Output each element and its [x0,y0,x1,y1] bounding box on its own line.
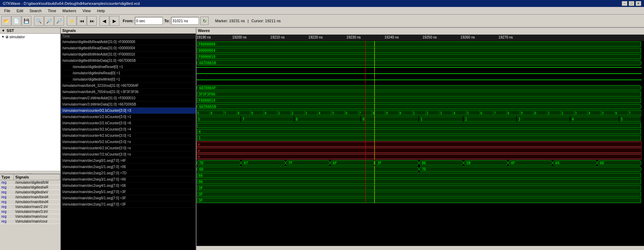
to-input[interactable] [171,17,199,25]
save-button[interactable]: 💾 [22,16,31,26]
ts-row[interactable]: reg/simulator/digitled/wR [0,185,60,190]
signal-row[interactable]: \/simulator/main/dec2seg0/1.seg[7:0] =4F [61,158,196,164]
svg-rect-225 [464,117,516,122]
ts-signal: /simulator/digitled/bW [14,180,60,185]
wave-row: 3F3F3F06 [196,91,644,97]
signal-row[interactable]: \/simulator/main/3.bWriteData[31:0] =667… [61,101,196,108]
svg-text:7D: 7D [422,167,426,171]
signal-row[interactable]: \/simulator/main/counter7/2.bCounter[3:0… [61,151,196,158]
signals-title: Signals [62,28,76,33]
svg-text:2: 2 [292,111,293,115]
signal-row[interactable]: /simulator/digitled/bWriteAddr[31:0] =F0… [61,51,196,58]
svg-text:2: 2 [561,111,563,115]
signals-content[interactable]: Time /simulator/digitled/bReadAddr[31:0]… [61,34,196,250]
waves-content[interactable]: F000000000000004F0000010667D065B667D064F… [196,41,644,246]
menu-item-search[interactable]: Search [27,8,45,14]
sst-tree[interactable]: ▼ 🖥 simulator [0,34,60,171]
signal-row[interactable]: \/simulator/main/counter4/2.bCounter[3:0… [61,133,196,139]
timescale-labels: 19190 ns19200 ns19210 ns19220 ns19230 ns… [196,35,644,41]
ts-row[interactable]: reg\/simulator/main/2.bV [0,205,60,209]
menu-item-help[interactable]: Help [94,8,108,14]
prev-edge-button[interactable]: ⏮ [77,16,87,26]
ts-row[interactable]: reg/simulator/main/bind4 [0,195,60,200]
time-header: Time [61,34,196,39]
zoom-fit-button[interactable]: 🔍 [34,16,44,26]
maximize-button[interactable]: □ [629,1,634,6]
wave-row: x [196,147,644,153]
next-marker-button[interactable]: ▶ [110,16,119,26]
flash-button[interactable]: ⚡ [67,16,77,26]
open-button[interactable]: 📂 [1,16,11,26]
signal-row[interactable]: /simulator/main/bind4_3210/out[31:0] =66… [61,83,196,89]
wave-row [196,78,644,85]
waves-scrollbar[interactable] [196,246,644,250]
signal-name: \/simulator/main/counter6/2.bCounter[3:0… [61,146,196,150]
svg-text:F0000000: F0000000 [199,42,215,46]
svg-text:4: 4 [199,130,201,134]
from-input[interactable] [135,17,163,25]
signal-name: \/simulator/main/dec2seg2/1.seg[7:0] =7D [61,171,196,175]
close-button[interactable]: ✕ [636,1,641,6]
svg-text:1: 1 [278,111,280,115]
menu-item-view[interactable]: View [80,8,94,14]
ts-row[interactable]: reg/simulator/digitled/bW [0,180,60,185]
signal-row[interactable]: \/simulator/main/dec2seg1/1.seg[7:0] =06 [61,164,196,170]
signal-row[interactable]: \/simulator/main/dec2seg2/1.seg[7:0] =7D [61,170,196,176]
ts-row[interactable]: reg\/simulator/main/3.bV [0,209,60,214]
minimize-button[interactable]: − [622,1,627,6]
signal-row[interactable]: \/simulator/main/counter2/2.bCounter[3:0… [61,120,196,126]
wave-row: 578012345 [196,116,644,122]
toolbar: 📂 📄 💾 🔍 🔎 🔎 ⚡ ⏮ ⏭ ◀ ▶ From: To: ↻ Marker… [0,15,644,28]
signal-row[interactable]: \/simulator/main/counter5/2.bCounter[3:0… [61,139,196,145]
timescale-label: 19220 ns [308,35,323,39]
signal-row[interactable]: \/simulator/main/counter6/2.bCounter[3:0… [61,145,196,151]
signal-row[interactable]: \/simulator/main/dec2seg6/1.seg[7:0] =3F [61,195,196,201]
menu-item-edit[interactable]: Edit [14,8,26,14]
refresh-button[interactable]: ↻ [200,17,209,25]
tree-item-simulator[interactable]: ▼ 🖥 simulator [1,34,59,39]
signal-row[interactable]: /simulator/digitled/bReadData[31:0] =000… [61,45,196,51]
signal-row[interactable]: \/simulator/main/dec2seg5/1.seg[7:0] =3F [61,189,196,195]
svg-text:0: 0 [400,111,401,115]
new-button[interactable]: 📄 [11,16,21,26]
prev-marker-button[interactable]: ◀ [99,16,109,26]
signal-row[interactable]: /simulator/digitled/nwReset[0] =1 [61,64,196,70]
svg-rect-258 [196,148,642,153]
ts-row[interactable]: reg\/simulator/main/cour [0,214,60,219]
signal-row[interactable]: \/simulator/main/2.bWriteAddr[31:0] =F00… [61,95,196,101]
svg-text:3F3F3F06: 3F3F3F06 [199,92,215,96]
wave-row: 1 [196,135,644,141]
signal-row[interactable]: /simulator/digitled/wWrite[0] =1 [61,76,196,83]
signals-header: Signals [61,28,196,34]
wave-row: x [196,141,644,147]
titlebar: GTKWave - D:\gitwork\out\build\x64-Debug… [0,0,644,7]
sst-resize-handle[interactable]: ...... [0,171,60,174]
ts-row[interactable]: reg\/simulator/main/cour [0,219,60,224]
svg-text:4: 4 [588,111,590,115]
signal-row[interactable]: \/simulator/main/counter3/2.bCounter[3:0… [61,126,196,133]
svg-rect-246 [197,129,641,134]
ts-row[interactable]: reg/simulator/digitled/wV [0,190,60,195]
zoom-in-button[interactable]: 🔎 [44,16,54,26]
next-edge-button[interactable]: ⏭ [87,16,97,26]
signal-row[interactable]: \/simulator/main/dec2seg7/1.seg[7:0] =3F [61,201,196,208]
signal-row[interactable]: /simulator/digitled/bReadAddr[31:0] =F00… [61,39,196,45]
signal-row[interactable]: /simulator/digitled/wRead[0] =1 [61,70,196,76]
wave-row: 3F [196,191,644,197]
menu-item-file[interactable]: File [1,8,13,14]
zoom-out-button[interactable]: 🔎 [54,16,64,26]
signal-name: /simulator/digitled/wRead[0] =1 [61,71,196,75]
signal-row[interactable]: \/simulator/main/counter0/2.bCounter[3:0… [61,108,196,114]
menu-item-markers[interactable]: Markers [60,8,79,14]
signal-row[interactable]: /simulator/main/bind4_7654/out[31:0] =3F… [61,89,196,95]
svg-text:3F: 3F [377,161,381,165]
menu-item-time[interactable]: Time [45,8,59,14]
signal-row[interactable]: \/simulator/main/dec2seg3/1.seg[7:0] =66 [61,176,196,183]
ts-signal: \/simulator/main/cour [14,214,60,219]
ts-row[interactable]: reg/simulator/main/bind4 [0,200,60,205]
svg-rect-243 [197,123,641,128]
signal-row[interactable]: /simulator/digitled/bWriteData[31:0] =66… [61,58,196,64]
signal-row[interactable]: \/simulator/main/counter1/2.bCounter[3:0… [61,114,196,120]
signal-row[interactable]: \/simulator/main/dec2seg4/1.seg[7:0] =06 [61,183,196,189]
svg-text:6F: 6F [333,161,337,165]
